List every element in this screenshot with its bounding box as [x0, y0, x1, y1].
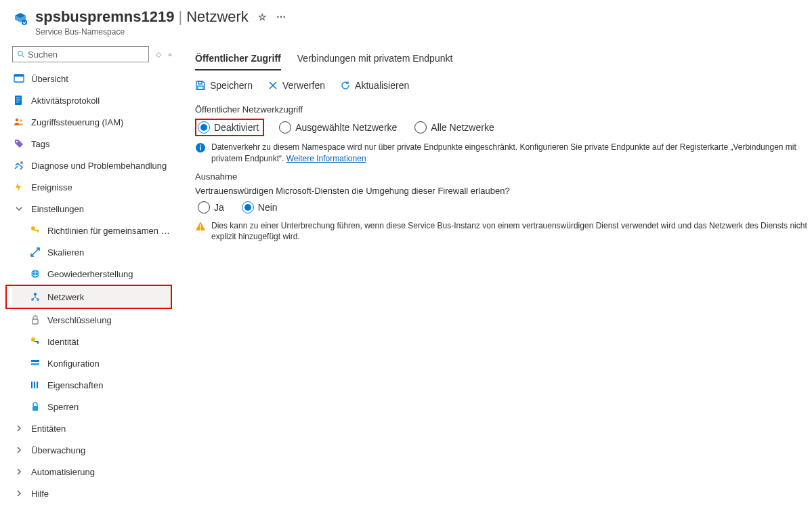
- globe-icon: [30, 268, 41, 279]
- sidebar-item-locks[interactable]: Sperren: [12, 396, 172, 417]
- sidebar-item-events[interactable]: Ereignisse: [12, 176, 172, 198]
- svg-point-10: [20, 119, 22, 122]
- search-input[interactable]: Suchen: [12, 46, 149, 62]
- scale-icon: [30, 247, 41, 258]
- more-icon[interactable]: ⋯: [276, 12, 286, 22]
- discard-icon: [268, 80, 278, 91]
- sidebar-group-help[interactable]: Hilfe: [12, 483, 172, 504]
- svg-rect-6: [16, 98, 20, 98]
- sidebar-group-entities[interactable]: Entitäten: [12, 417, 172, 439]
- chevron-right-icon: [14, 488, 24, 499]
- svg-rect-32: [198, 86, 203, 89]
- svg-rect-24: [37, 341, 39, 344]
- exception-label: Ausnahme: [195, 171, 812, 182]
- resource-type-label: Service Bus-Namespace: [35, 27, 800, 37]
- tags-icon: [14, 138, 24, 149]
- config-icon: [30, 358, 41, 369]
- collapse-menu-icon[interactable]: «: [168, 50, 172, 59]
- radio-all-networks[interactable]: Alle Netzwerke: [412, 120, 496, 135]
- public-access-label: Öffentlicher Netzwerkzugriff: [195, 104, 812, 115]
- service-bus-icon: [12, 11, 28, 27]
- svg-rect-8: [16, 102, 19, 102]
- sidebar-group-automation[interactable]: Automatisierung: [12, 461, 172, 483]
- discard-button[interactable]: Verwerfen: [268, 80, 325, 91]
- svg-rect-30: [33, 406, 38, 411]
- svg-point-37: [200, 228, 201, 230]
- sidebar-item-encryption[interactable]: Verschlüsselung: [12, 309, 172, 331]
- chevron-right-icon: [14, 423, 24, 434]
- diagnose-icon: [14, 160, 24, 171]
- warning-message: Dies kann zu einer Unterbrechung führen,…: [195, 220, 812, 243]
- radio-no[interactable]: Nein: [239, 200, 280, 215]
- sidebar-item-overview[interactable]: Übersicht: [12, 68, 172, 89]
- refresh-icon: [340, 80, 351, 91]
- overview-icon: [14, 73, 24, 84]
- svg-rect-4: [14, 75, 24, 77]
- chevron-right-icon: [14, 445, 24, 455]
- sidebar-item-scale[interactable]: Skalieren: [12, 241, 172, 263]
- iam-icon: [14, 117, 24, 127]
- sidebar-item-policies[interactable]: Richtlinien für gemeinsamen Z...: [12, 220, 172, 241]
- svg-rect-21: [33, 319, 38, 324]
- sidebar-item-properties[interactable]: Eigenschaften: [12, 374, 172, 396]
- chevron-right-icon: [14, 466, 24, 477]
- radio-disabled[interactable]: Deaktiviert: [195, 119, 264, 136]
- refresh-button[interactable]: Aktualisieren: [340, 80, 409, 91]
- save-icon: [195, 80, 206, 91]
- svg-rect-34: [200, 147, 201, 150]
- svg-point-18: [34, 293, 37, 295]
- sidebar-item-iam[interactable]: Zugriffssteuerung (IAM): [12, 111, 172, 133]
- activity-log-icon: [14, 95, 24, 106]
- key-icon: [30, 225, 41, 236]
- svg-line-2: [22, 56, 24, 58]
- favorite-star-icon[interactable]: ☆: [258, 12, 267, 22]
- svg-rect-27: [31, 382, 33, 388]
- lock-icon: [30, 401, 41, 412]
- sidebar-item-configuration[interactable]: Konfiguration: [12, 352, 172, 374]
- events-icon: [14, 182, 24, 192]
- svg-point-35: [200, 145, 201, 146]
- properties-icon: [30, 380, 41, 390]
- info-message: Datenverkehr zu diesem Namespace wird nu…: [195, 142, 812, 165]
- svg-rect-7: [16, 100, 20, 100]
- svg-point-1: [18, 52, 23, 56]
- chevron-down-icon: [14, 203, 24, 214]
- svg-rect-28: [34, 382, 35, 388]
- lock-icon: [30, 314, 41, 325]
- warning-icon: [195, 221, 206, 232]
- sidebar-item-tags[interactable]: Tags: [12, 133, 172, 155]
- svg-rect-29: [37, 382, 38, 388]
- sidebar-group-settings[interactable]: Einstellungen: [12, 198, 172, 220]
- network-icon: [30, 291, 41, 302]
- svg-point-12: [20, 161, 23, 164]
- svg-rect-25: [31, 360, 39, 362]
- exception-question: Vertrauenswürdigen Microsoft-Diensten di…: [195, 186, 812, 196]
- sidebar-item-diagnose[interactable]: Diagnose und Problembehandlung: [12, 155, 172, 176]
- svg-rect-26: [31, 363, 39, 365]
- svg-rect-15: [37, 230, 39, 232]
- tab-private-endpoints[interactable]: Verbindungen mit privatem Endpunkt: [297, 49, 453, 70]
- sidebar-item-identity[interactable]: Identität: [12, 331, 172, 352]
- sidebar-item-geo[interactable]: Geowiederherstellung: [12, 263, 172, 285]
- info-icon: [195, 142, 206, 153]
- svg-rect-31: [198, 81, 202, 84]
- page-title: spsbuspremns1219 | Netzwerk ☆ ⋯: [35, 8, 800, 26]
- svg-point-11: [16, 141, 18, 142]
- radio-yes[interactable]: Ja: [195, 200, 227, 215]
- sidebar-group-monitoring[interactable]: Überwachung: [12, 439, 172, 461]
- search-icon: [17, 50, 25, 58]
- tab-public-access[interactable]: Öffentlicher Zugriff: [195, 49, 281, 70]
- more-info-link[interactable]: Weitere Informationen: [286, 154, 366, 163]
- sidebar-item-activity-log[interactable]: Aktivitätsprotokoll: [12, 89, 172, 111]
- identity-icon: [30, 336, 41, 347]
- sidebar-item-network[interactable]: Netzwerk: [12, 286, 171, 308]
- radio-selected-networks[interactable]: Ausgewählte Netzwerke: [276, 120, 400, 135]
- save-button[interactable]: Speichern: [195, 80, 253, 91]
- svg-rect-36: [200, 224, 200, 228]
- svg-point-9: [16, 119, 18, 121]
- expand-icon[interactable]: ◇: [156, 50, 161, 59]
